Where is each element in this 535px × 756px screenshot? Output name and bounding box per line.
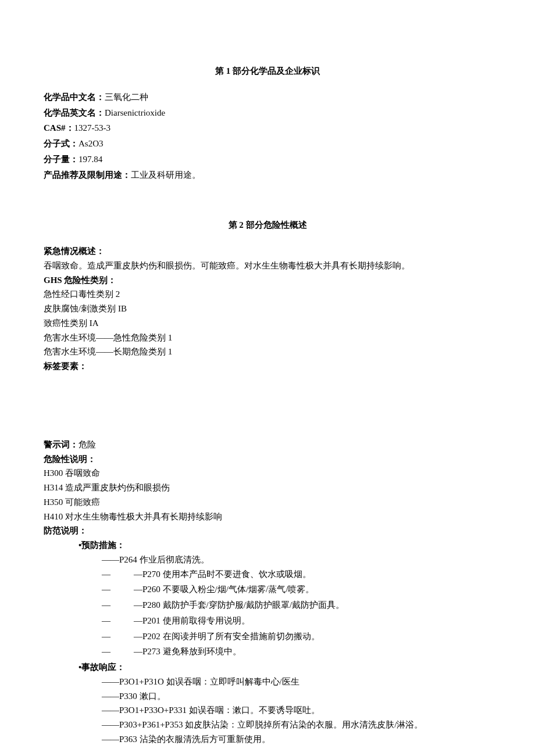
prevention-item: — —P201 使用前取得专用说明。 xyxy=(44,614,491,628)
response-heading: •事故响应： xyxy=(44,660,491,675)
formula-value: As2O3 xyxy=(79,139,104,148)
signal-word-label: 警示词： xyxy=(44,440,79,449)
response-item: ——P363 沾染的衣服清洗后方可重新使用。 xyxy=(44,732,491,747)
prevention-item: — —P280 戴防护手套/穿防护服/戴防护眼罩/戴防护面具。 xyxy=(44,598,491,612)
dash-icon: — xyxy=(102,582,134,597)
ghs-item: 皮肤腐蚀/刺激类别 IB xyxy=(44,302,491,316)
cas-value: 1327-53-3 xyxy=(74,123,111,132)
response-item: ——P3O1+P33O+P331 如误吞咽：漱口。不要诱导呕吐。 xyxy=(44,703,491,718)
prevention-text: —P202 在阅读并明了所有安全措施前切勿搬动。 xyxy=(134,629,491,644)
emergency-text: 吞咽致命。造成严重皮肤灼伤和眼损伤。可能致癌。对水生生物毒性极大并具有长期持续影… xyxy=(44,259,491,273)
hazard-statement: H300 吞咽致命 xyxy=(44,466,491,481)
usage-label: 产品推荐及限制用途： xyxy=(44,170,131,180)
formula-label: 分子式： xyxy=(44,139,79,148)
usage-field: 产品推荐及限制用途：工业及科研用途。 xyxy=(44,168,491,182)
precaution-label: 防范说明： xyxy=(44,524,491,538)
dash-icon: — xyxy=(102,644,134,659)
emergency-label: 紧急情况概述： xyxy=(44,244,491,259)
label-elements-label: 标签要素： xyxy=(44,359,491,374)
signal-word-value: 危险 xyxy=(79,440,96,449)
en-name-value: Diarsenictrioxide xyxy=(105,108,165,117)
hazard-statement-label: 危险性说明： xyxy=(44,452,491,467)
prevention-item: — —P273 避免释放到环境中。 xyxy=(44,644,491,659)
hazard-statement: H350 可能致癌 xyxy=(44,495,491,510)
section2-title: 第 2 部分危险性概述 xyxy=(44,218,491,232)
mw-field: 分子量：197.84 xyxy=(44,152,491,167)
prevention-text: —P260 不要吸入粉尘/烟/气体/烟雾/蒸气/喷雾。 xyxy=(134,582,491,597)
prevention-item: — —P260 不要吸入粉尘/烟/气体/烟雾/蒸气/喷雾。 xyxy=(44,582,491,597)
section1-title: 第 1 部分化学品及企业标识 xyxy=(44,64,491,78)
prevention-item: ——P264 作业后彻底清洗。 xyxy=(44,553,491,567)
en-name-field: 化学品英文名：Diarsenictrioxide xyxy=(44,106,491,120)
cn-name-value: 三氧化二种 xyxy=(105,92,148,102)
dash-icon: — xyxy=(102,598,134,612)
dash-icon: — xyxy=(102,567,134,582)
prevention-text: —P201 使用前取得专用说明。 xyxy=(134,614,491,628)
dash-icon: — xyxy=(102,629,134,644)
response-item: ——P330 漱口。 xyxy=(44,689,491,704)
cas-field: CAS#：1327-53-3 xyxy=(44,121,491,135)
ghs-item: 急性经口毒性类别 2 xyxy=(44,287,491,302)
prevention-text: —P273 避免释放到环境中。 xyxy=(134,644,491,659)
hazard-statement: H410 对水生生物毒性极大并具有长期持续影响 xyxy=(44,510,491,524)
prevention-item: — —P202 在阅读并明了所有安全措施前切勿搬动。 xyxy=(44,629,491,644)
signal-word-line: 警示词：危险 xyxy=(44,438,491,452)
prevention-text: —P280 戴防护手套/穿防护服/戴防护眼罩/戴防护面具。 xyxy=(134,598,491,612)
ghs-item: 致癌性类别 IA xyxy=(44,316,491,331)
ghs-item: 危害水生环境——急性危险类别 1 xyxy=(44,331,491,345)
cas-label: CAS#： xyxy=(44,123,74,132)
cn-name-field: 化学品中文名：三氧化二种 xyxy=(44,90,491,105)
mw-label: 分子量： xyxy=(44,155,79,164)
mw-value: 197.84 xyxy=(79,155,102,164)
prevention-item: — —P270 使用本产品时不要进食、饮水或吸烟。 xyxy=(44,567,491,582)
hazard-statement: H314 造成严重皮肤灼伤和眼损伤 xyxy=(44,481,491,495)
ghs-item: 危害水生环境——长期危险类别 1 xyxy=(44,345,491,359)
prevention-text: —P270 使用本产品时不要进食、饮水或吸烟。 xyxy=(134,567,491,582)
response-item: ——P3O1+P31O 如误吞咽：立即呼叫解毒中心/医生 xyxy=(44,675,491,689)
en-name-label: 化学品英文名： xyxy=(44,108,105,117)
usage-value: 工业及科研用途。 xyxy=(131,170,201,180)
ghs-label: GHS 危险性类别： xyxy=(44,273,491,288)
cn-name-label: 化学品中文名： xyxy=(44,92,105,102)
prevention-heading: •预防措施： xyxy=(44,538,491,553)
response-item: ——P303+P361+P353 如皮肤沾染：立即脱掉所有沾染的衣服。用水清洗皮… xyxy=(44,718,491,732)
formula-field: 分子式：As2O3 xyxy=(44,137,491,151)
dash-icon: — xyxy=(102,614,134,628)
